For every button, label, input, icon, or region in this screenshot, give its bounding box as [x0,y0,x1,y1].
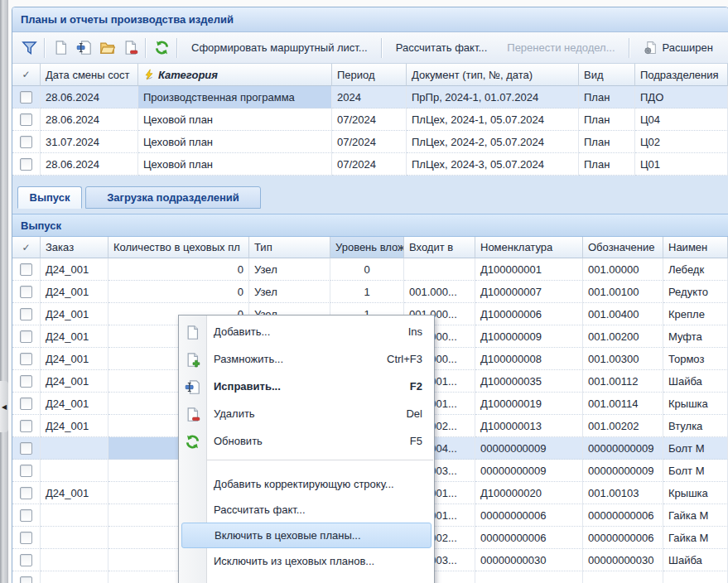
cell-order[interactable]: Д24_001 [41,370,108,393]
cell-name[interactable]: Редукто [663,281,728,303]
row-checkbox[interactable] [20,442,32,455]
cell-name[interactable]: Шайба [663,370,728,393]
cell-order[interactable] [41,549,108,571]
cell-period[interactable]: 07/2024 [332,131,407,153]
plans-row-selected[interactable]: 28.06.2024 Производственная программа 20… [12,86,728,108]
header-name[interactable]: Наимен [663,237,728,258]
cell-order[interactable] [41,527,108,549]
row-check-cell[interactable] [12,153,41,176]
row-checkbox[interactable] [20,420,32,432]
cell-nomenclature[interactable]: Д100000009 [475,325,583,348]
cell-designation[interactable]: 00000000009 [583,437,663,460]
cell-nomenclature[interactable]: 00000000006 [475,527,583,549]
cell-qty[interactable]: 0 [108,258,249,281]
row-check-cell[interactable] [12,86,41,108]
cell-order[interactable] [41,437,108,460]
cell-document[interactable]: ПрПр, 2024-1, 01.07.2024 [407,86,579,108]
cell-category[interactable]: Цеховой план [138,131,332,153]
cell-order[interactable]: Д24_001 [41,325,108,348]
row-check-cell[interactable] [12,571,41,583]
filter-button[interactable] [17,36,41,60]
cell-division[interactable]: Ц01 [635,153,728,176]
row-check-cell[interactable] [12,303,41,325]
header-parent[interactable]: Входит в [404,237,475,258]
cell-name[interactable]: Тормоз [663,348,728,370]
header-nomenclature[interactable]: Номенклатура [475,237,583,258]
menu-item-delete[interactable]: Удалить Del [179,400,434,427]
cell-designation[interactable]: 001.00200 [583,325,663,348]
row-checkbox[interactable] [20,330,32,343]
cell-category-focused[interactable]: Производственная программа [138,86,332,108]
cell-name[interactable]: Крепле [663,303,728,325]
row-checkbox[interactable] [20,91,32,104]
delete-record-button[interactable] [118,36,142,60]
row-checkbox[interactable] [20,308,32,320]
plans-row[interactable]: 28.06.2024 Цеховой план 07/2024 ПлЦех, 2… [12,153,728,176]
cell-designation[interactable]: 001.00400 [583,303,663,325]
menu-item-edit[interactable]: Исправить... F2 [179,373,434,400]
cell-category[interactable]: Цеховой план [138,153,332,176]
header-level-sorted[interactable]: Уровень вложен [330,237,404,258]
cell-nomenclature[interactable]: Д100000001 [475,258,583,281]
output-row[interactable]: Д24_001 0 Узел 1 001.000... Д100000007 0… [12,281,728,303]
cell-name[interactable]: Гайка М [663,527,728,549]
header-category[interactable]: Категория [138,64,332,86]
cell-order[interactable] [41,504,108,527]
output-row[interactable]: Д24_001 0 Узел 0 Д100000001 001.00000 Ле… [12,258,728,281]
header-period[interactable]: Период [332,64,407,86]
cell-name[interactable]: Муфта [663,325,728,348]
cell-name[interactable]: Болт М [663,437,728,460]
cell-period[interactable]: 2024 [332,86,407,108]
cell-document[interactable]: ПлЦех, 2024-3, 05.07.2024 [407,153,579,176]
menu-item-include-in-shop-plans[interactable]: Включить в цеховые планы... [181,523,431,548]
row-check-cell[interactable] [12,482,41,504]
row-check-cell[interactable] [12,415,41,437]
row-checkbox[interactable] [20,398,32,410]
cell-order[interactable]: Д24_001 [41,482,108,504]
cell-kind[interactable]: План [579,86,635,108]
cell-level[interactable]: 0 [330,258,404,281]
cell-document[interactable]: ПлЦех, 2024-1, 05.07.2024 [407,108,579,131]
header-qty[interactable]: Количество в цеховых пл [108,237,249,258]
row-checkbox[interactable] [20,487,32,499]
cell-name[interactable]: Гайка М [663,504,728,527]
cell-kind[interactable]: План [579,131,635,153]
cell-date[interactable]: 31.07.2024 [41,131,138,153]
cell-designation[interactable]: 001.00100 [583,281,663,303]
cell-type[interactable]: Узел [249,281,330,303]
row-check-cell[interactable] [12,258,41,281]
plans-row[interactable]: 31.07.2024 Цеховой план 07/2024 ПлЦех, 2… [12,131,728,153]
row-check-cell[interactable] [12,393,41,415]
cell-nomenclature[interactable]: Д100000035 [475,370,583,393]
cell-designation[interactable]: 00000000006 [583,527,663,549]
row-checkbox[interactable] [20,465,32,477]
row-checkbox[interactable] [20,375,32,388]
cell-kind[interactable]: План [579,108,635,131]
header-order[interactable]: Заказ [41,237,108,258]
row-check-cell[interactable] [12,131,41,153]
cell-order[interactable]: Д24_001 [41,258,108,281]
cell-nomenclature[interactable]: Д100000008 [475,348,583,370]
header-division[interactable]: Подразделения [635,64,728,86]
menu-item-add-correction-row[interactable]: Добавить корректирующую строку... [179,471,434,497]
header-check-column[interactable]: ✓ [12,64,41,86]
cell-type[interactable]: Узел [249,258,330,281]
tab-output[interactable]: Выпуск [17,186,82,209]
cell-date[interactable]: 28.06.2024 [41,86,138,108]
row-check-cell[interactable] [12,281,41,303]
cell-designation[interactable]: 001.00000 [583,258,663,281]
cell-order[interactable]: Д24_001 [41,303,108,325]
row-checkbox[interactable] [20,158,32,171]
row-check-cell[interactable] [12,348,41,370]
cell-order[interactable]: Д24_001 [41,348,108,370]
cell-name[interactable]: Втулка [663,415,728,437]
row-checkbox[interactable] [20,286,32,298]
cell-parent[interactable]: 001.000... [404,281,475,303]
generate-route-sheet-button[interactable]: Сформировать маршрутный лист... [181,41,378,54]
cell-order[interactable]: Д24_001 [41,393,108,415]
cell-name[interactable]: Крышка [663,482,728,504]
cell-period[interactable]: 07/2024 [332,108,407,131]
cell-nomenclature[interactable] [475,571,583,583]
tab-division-load[interactable]: Загрузка подразделений [85,186,261,209]
cell-date[interactable]: 28.06.2024 [41,108,138,131]
